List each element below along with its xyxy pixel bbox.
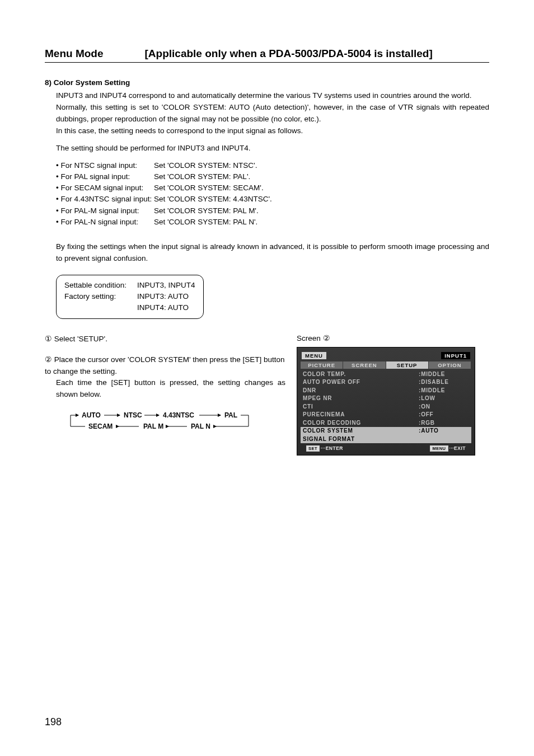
box-label [64, 302, 137, 313]
para-3: In this case, the setting needs to corre… [56, 125, 489, 137]
step-subtext: Each time the [SET] button is pressed, t… [56, 377, 285, 401]
osd-foot-left: SET···ENTER [306, 445, 343, 452]
cycle-node: PAL [224, 411, 237, 419]
osd-menu: MENU INPUT1 PICTURE SCREEN SETUP OPTION … [297, 347, 475, 456]
box-value: INPUT4: AUTO [137, 302, 195, 313]
header-right: [Applicable only when a PDA-5003/PDA-500… [145, 48, 433, 60]
osd-item-selected[interactable]: COLOR SYSTEM:AUTO [301, 427, 471, 435]
step-number: ① [45, 335, 52, 343]
osd-item[interactable]: MPEG NR:LOW [301, 395, 471, 403]
settings-list: • For NTSC signal input: Set 'COLOR SYST… [56, 160, 489, 228]
osd-tabs: PICTURE SCREEN SETUP OPTION [301, 361, 471, 369]
osd-item[interactable]: SIGNAL FORMAT [301, 435, 471, 444]
para-2: Normally, this setting is set to 'COLOR … [56, 102, 489, 125]
box-label: Settable condition: [64, 280, 137, 291]
setting-row: • For SECAM signal input: Set 'COLOR SYS… [56, 182, 489, 194]
step-text: Select 'SETUP'. [52, 335, 107, 343]
para-4: The setting should be performed for INPU… [56, 143, 489, 154]
osd-tab-setup[interactable]: SETUP [386, 361, 428, 369]
settable-box: Settable condition: INPUT3, INPUT4 Facto… [56, 275, 204, 319]
step-number: ② [45, 355, 52, 364]
step-text: Place the cursor over 'COLOR SYSTEM' the… [45, 355, 285, 375]
conclusion-para: By fixing the settings when the input si… [56, 241, 489, 265]
osd-items: COLOR TEMP.:MIDDLE AUTO POWER OFF:DISABL… [301, 370, 471, 444]
osd-title-right: INPUT1 [441, 352, 470, 359]
box-value: INPUT3, INPUT4 [137, 280, 195, 291]
setting-label: • For SECAM signal input: [56, 182, 154, 194]
box-row: INPUT4: AUTO [64, 302, 195, 313]
osd-tab-screen[interactable]: SCREEN [343, 361, 385, 369]
setting-row: • For 4.43NTSC signal input: Set 'COLOR … [56, 194, 489, 205]
box-value: INPUT3: AUTO [137, 291, 195, 302]
setting-row: • For NTSC signal input: Set 'COLOR SYST… [56, 160, 489, 171]
osd-tab-picture[interactable]: PICTURE [301, 361, 343, 369]
step-1: ① Select 'SETUP'. [45, 334, 285, 345]
setting-label: • For PAL signal input: [56, 171, 154, 182]
cycle-node: NTSC [124, 411, 142, 419]
cycle-node: 4.43NTSC [163, 411, 194, 419]
setting-value: Set 'COLOR SYSTEM: SECAM'. [154, 182, 489, 194]
osd-item[interactable]: PURECINEMA:OFF [301, 411, 471, 419]
osd-tab-option[interactable]: OPTION [429, 361, 471, 369]
box-row: Factory setting: INPUT3: AUTO [64, 291, 195, 302]
cycle-node: SECAM [88, 422, 113, 430]
setting-value: Set 'COLOR SYSTEM: NTSC'. [154, 160, 489, 171]
setting-row: • For PAL-N signal input: Set 'COLOR SYS… [56, 217, 489, 228]
cycle-node: AUTO [82, 411, 101, 419]
osd-item[interactable]: DNR:MIDDLE [301, 387, 471, 395]
cycle-node: PAL N [191, 422, 210, 430]
setting-label: • For 4.43NTSC signal input: [56, 194, 154, 205]
setting-label: • For PAL-N signal input: [56, 217, 154, 228]
cycle-node: PAL M [143, 422, 163, 430]
screen-label: Screen ② [297, 334, 489, 342]
box-label: Factory setting: [64, 291, 137, 302]
section-heading: 8) Color System Setting [45, 78, 489, 87]
step-2: ② Place the cursor over 'COLOR SYSTEM' t… [45, 354, 285, 401]
setting-value: Set 'COLOR SYSTEM: PAL N'. [154, 217, 489, 228]
osd-item[interactable]: CTI:ON [301, 403, 471, 411]
setting-value: Set 'COLOR SYSTEM: 4.43NTSC'. [154, 194, 489, 205]
osd-item[interactable]: COLOR DECODING:RGB [301, 419, 471, 428]
cycle-diagram: AUTO NTSC 4.43NTSC PAL SECAM PAL M PAL N [65, 410, 255, 435]
osd-footer: SET···ENTER MENU···EXIT [301, 444, 471, 452]
setting-label: • For PAL-M signal input: [56, 205, 154, 217]
para-1: INPUT3 and INPUT4 correspond to and auto… [56, 90, 489, 102]
page-number: 198 [45, 716, 62, 728]
setting-value: Set 'COLOR SYSTEM: PAL M'. [154, 205, 489, 217]
osd-item[interactable]: COLOR TEMP.:MIDDLE [301, 370, 471, 379]
osd-item[interactable]: AUTO POWER OFF:DISABLE [301, 378, 471, 387]
header-left: Menu Mode [45, 48, 104, 60]
setting-value: Set 'COLOR SYSTEM: PAL'. [154, 171, 489, 182]
osd-title-left: MENU [302, 352, 326, 359]
page-header: Menu Mode [Applicable only when a PDA-50… [45, 48, 489, 63]
setting-row: • For PAL signal input: Set 'COLOR SYSTE… [56, 171, 489, 182]
setting-label: • For NTSC signal input: [56, 160, 154, 171]
setting-row: • For PAL-M signal input: Set 'COLOR SYS… [56, 205, 489, 217]
box-row: Settable condition: INPUT3, INPUT4 [64, 280, 195, 291]
steps-column: ① Select 'SETUP'. ② Place the cursor ove… [45, 334, 285, 456]
osd-foot-right: MENU···EXIT [430, 445, 466, 452]
